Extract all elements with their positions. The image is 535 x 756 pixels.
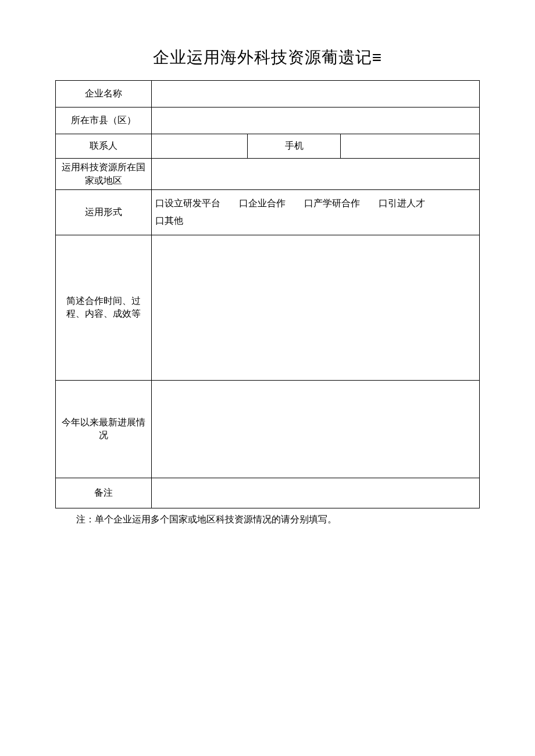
label-remark: 备注 bbox=[56, 478, 152, 508]
input-contact[interactable] bbox=[152, 134, 248, 159]
table-row: 简述合作时间、过程、内容、成效等 bbox=[56, 235, 480, 380]
page-title: 企业运用海外科技资源葡遗记≡ bbox=[55, 46, 480, 69]
input-city-county[interactable] bbox=[152, 108, 480, 134]
label-progress: 今年以来最新进展情况 bbox=[56, 380, 152, 478]
form-table: 企业名称 所在市县（区） 联系人 手机 运用科技资源所在国家或地区 运用形式 口… bbox=[55, 80, 480, 508]
label-company-name: 企业名称 bbox=[56, 81, 152, 108]
checkbox-other[interactable]: 口其他 bbox=[155, 212, 183, 230]
checkbox-rd-platform[interactable]: 口设立研发平台 bbox=[155, 195, 220, 212]
input-resource-country[interactable] bbox=[152, 159, 480, 190]
table-row: 运用形式 口设立研发平台 口企业合作 口产学研合作 口引进人才 口其他 bbox=[56, 190, 480, 235]
table-row: 企业名称 bbox=[56, 81, 480, 108]
checkbox-talent[interactable]: 口引进人才 bbox=[379, 195, 425, 212]
input-phone[interactable] bbox=[341, 134, 480, 159]
checkbox-industry-academia[interactable]: 口产学研合作 bbox=[304, 195, 360, 212]
table-row: 联系人 手机 bbox=[56, 134, 480, 159]
label-contact: 联系人 bbox=[56, 134, 152, 159]
table-row: 备注 bbox=[56, 478, 480, 508]
label-phone: 手机 bbox=[248, 134, 341, 159]
input-remark[interactable] bbox=[152, 478, 480, 508]
input-summary[interactable] bbox=[152, 235, 480, 380]
label-form: 运用形式 bbox=[56, 190, 152, 235]
table-row: 所在市县（区） bbox=[56, 108, 480, 134]
label-summary: 简述合作时间、过程、内容、成效等 bbox=[56, 235, 152, 380]
table-row: 运用科技资源所在国家或地区 bbox=[56, 159, 480, 190]
label-resource-country: 运用科技资源所在国家或地区 bbox=[56, 159, 152, 190]
checkbox-enterprise-coop[interactable]: 口企业合作 bbox=[239, 195, 286, 212]
table-row: 今年以来最新进展情况 bbox=[56, 380, 480, 478]
form-options-cell: 口设立研发平台 口企业合作 口产学研合作 口引进人才 口其他 bbox=[152, 190, 480, 235]
label-city-county: 所在市县（区） bbox=[56, 108, 152, 134]
input-company-name[interactable] bbox=[152, 81, 480, 108]
footnote: 注：单个企业运用多个国家或地区科技资源情况的请分别填写。 bbox=[55, 512, 480, 527]
input-progress[interactable] bbox=[152, 380, 480, 478]
